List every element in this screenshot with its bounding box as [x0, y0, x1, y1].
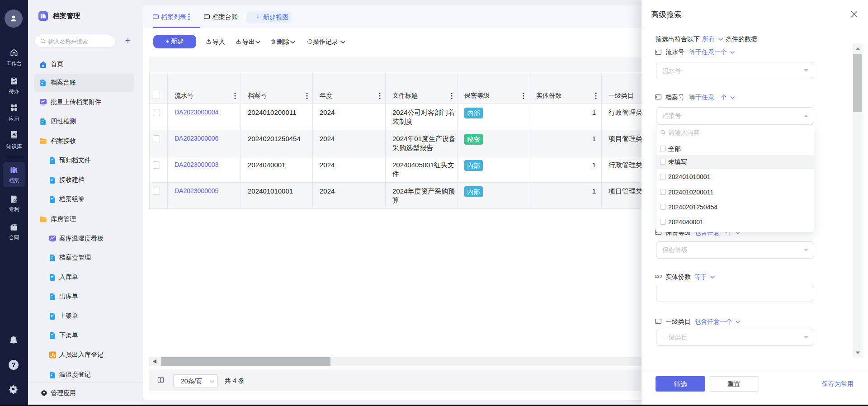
svg-text:AI: AI [12, 132, 17, 137]
svg-text:?: ? [12, 361, 16, 368]
